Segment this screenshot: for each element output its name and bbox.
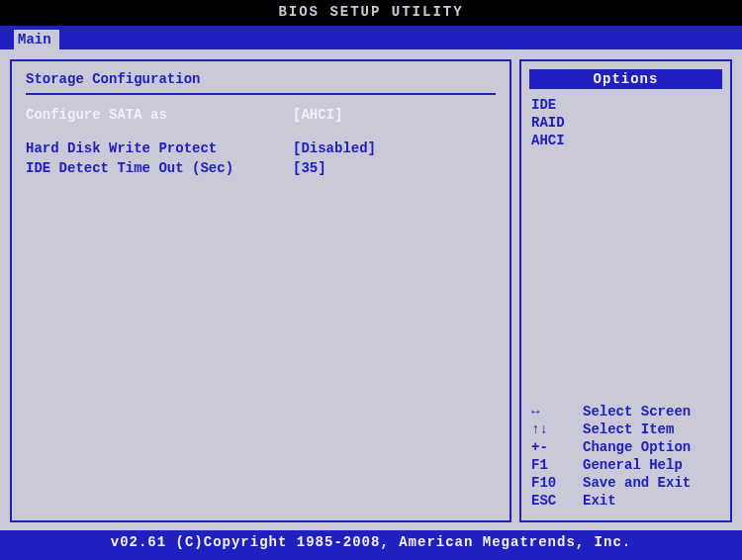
setting-label: Hard Disk Write Protect (26, 140, 293, 156)
key-icon: ESC (531, 493, 583, 509)
bios-title: BIOS SETUP UTILITY (0, 0, 742, 26)
main-area: Storage Configuration Configure SATA as … (0, 49, 742, 530)
setting-ide-timeout[interactable]: IDE Detect Time Out (Sec) [35] (26, 160, 496, 176)
option-raid[interactable]: RAID (531, 115, 720, 131)
help-general-help: F1 General Help (531, 457, 720, 473)
help-text: Change Option (583, 439, 691, 455)
options-header: Options (529, 69, 722, 89)
menu-bar: Main (0, 26, 742, 49)
option-ide[interactable]: IDE (531, 97, 720, 113)
settings-pane: Storage Configuration Configure SATA as … (10, 59, 511, 522)
help-keys: ↔ Select Screen ↑↓ Select Item +- Change… (531, 404, 720, 511)
help-text: Save and Exit (583, 475, 691, 491)
key-icon: ↑↓ (531, 421, 583, 437)
option-ahci[interactable]: AHCI (531, 133, 720, 148)
help-text: General Help (583, 457, 683, 473)
key-icon: +- (531, 439, 583, 455)
setting-configure-sata[interactable]: Configure SATA as [AHCI] (26, 107, 496, 123)
help-text: Exit (583, 493, 616, 509)
tab-main[interactable]: Main (14, 30, 59, 49)
help-select-item: ↑↓ Select Item (531, 421, 720, 437)
help-text: Select Item (583, 421, 674, 437)
divider (26, 93, 496, 95)
options-list: IDE RAID AHCI (531, 97, 720, 150)
help-change-option: +- Change Option (531, 439, 720, 455)
setting-value: [35] (293, 160, 496, 176)
setting-value: [AHCI] (293, 107, 496, 123)
key-icon: F10 (531, 475, 583, 491)
setting-value: [Disabled] (293, 140, 496, 156)
help-save-exit: F10 Save and Exit (531, 475, 720, 491)
section-title: Storage Configuration (26, 71, 496, 87)
help-text: Select Screen (583, 404, 691, 420)
key-icon: F1 (531, 457, 583, 473)
footer-copyright: v02.61 (C)Copyright 1985-2008, American … (0, 530, 742, 560)
help-exit: ESC Exit (531, 493, 720, 509)
setting-write-protect[interactable]: Hard Disk Write Protect [Disabled] (26, 140, 496, 156)
options-pane: Options IDE RAID AHCI ↔ Select Screen ↑↓… (519, 59, 732, 522)
setting-label: IDE Detect Time Out (Sec) (26, 160, 293, 176)
key-icon: ↔ (531, 404, 583, 420)
setting-label: Configure SATA as (26, 107, 293, 123)
help-select-screen: ↔ Select Screen (531, 404, 720, 420)
